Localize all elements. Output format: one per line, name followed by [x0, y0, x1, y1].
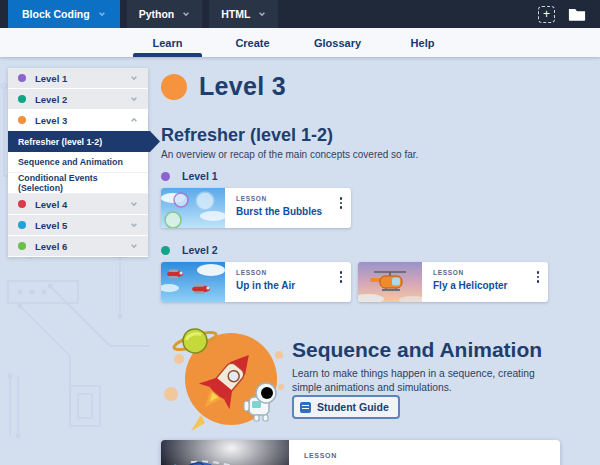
- chevron-down-icon[interactable]: [130, 221, 138, 229]
- refresher-section-title: Refresher (level 1-2): [161, 125, 333, 146]
- chevron-up-icon[interactable]: [130, 116, 138, 124]
- sequence-section-description: Learn to make things happen in a sequenc…: [292, 367, 554, 396]
- sequence-section-title: Sequence and Animation: [292, 338, 542, 362]
- lesson-title[interactable]: Burst the Bubbles: [236, 206, 345, 217]
- tab-create[interactable]: Create: [210, 28, 295, 57]
- lesson-title[interactable]: Up in the Air: [236, 280, 345, 291]
- lesson-card-up-in-the-air[interactable]: LESSON Up in the Air: [161, 262, 351, 302]
- group-level-1-label: Level 1: [182, 170, 218, 182]
- kebab-menu-icon[interactable]: [340, 197, 343, 209]
- tab-python-label: Python: [139, 8, 175, 20]
- lesson-card-burst-the-bubbles[interactable]: LESSON Burst the Bubbles: [161, 188, 351, 228]
- student-guide-label: Student Guide: [317, 401, 389, 413]
- lesson-type-label: LESSON: [304, 452, 554, 459]
- student-guide-button[interactable]: Student Guide: [292, 395, 400, 419]
- chevron-down-icon: [258, 10, 266, 18]
- sidebar-level-label: Level 5: [35, 220, 121, 231]
- level-color-dot: [18, 95, 26, 103]
- sidebar-item-level-2[interactable]: Level 2: [8, 89, 148, 110]
- chevron-down-icon[interactable]: [130, 242, 138, 250]
- sidebar-item-conditional-events[interactable]: Conditional Events (Selection): [8, 173, 148, 194]
- level-color-dot: [18, 116, 26, 124]
- tab-html-label: HTML: [221, 8, 250, 20]
- add-project-icon[interactable]: +: [538, 6, 555, 23]
- chevron-down-icon[interactable]: [130, 95, 138, 103]
- sidebar-level-label: Level 6: [35, 241, 121, 252]
- lesson-thumbnail-space: [161, 440, 289, 465]
- sidebar-item-sequence-animation[interactable]: Sequence and Animation: [8, 152, 148, 173]
- app-top-bar: Block Coding Python HTML +: [0, 0, 600, 28]
- lesson-card-steering-through-space[interactable]: LESSON Steering through space?: [161, 440, 560, 465]
- chevron-down-icon[interactable]: [130, 200, 138, 208]
- refresher-section-description: An overview or recap of the main concept…: [161, 149, 418, 160]
- tab-python[interactable]: Python: [127, 0, 203, 28]
- lesson-thumbnail-planes: [161, 262, 225, 302]
- chevron-down-icon: [98, 10, 106, 18]
- group-level-1-dot: [161, 172, 170, 181]
- level-3-color-dot: [161, 74, 187, 100]
- rocket-illustration: [161, 319, 289, 434]
- kebab-menu-icon[interactable]: [537, 271, 540, 283]
- tab-learn[interactable]: Learn: [125, 28, 210, 57]
- tab-help[interactable]: Help: [380, 28, 465, 57]
- lesson-type-label: LESSON: [236, 195, 345, 202]
- tab-html[interactable]: HTML: [209, 0, 278, 28]
- section-nav: Learn Create Glossary Help: [0, 28, 600, 57]
- sidebar-level-label: Level 2: [35, 94, 121, 105]
- lesson-thumbnail-helicopter: [358, 262, 422, 302]
- sidebar-item-level-6[interactable]: Level 6: [8, 236, 148, 257]
- tab-block-coding[interactable]: Block Coding: [8, 0, 120, 28]
- sidebar-item-level-5[interactable]: Level 5: [8, 215, 148, 236]
- sidebar-item-refresher[interactable]: Refresher (level 1-2): [8, 131, 160, 152]
- sidebar-item-level-4[interactable]: Level 4: [8, 194, 148, 215]
- sidebar-level-label: Level 1: [35, 73, 121, 84]
- level-color-dot: [18, 74, 26, 82]
- group-level-2-dot: [161, 246, 170, 255]
- tab-block-coding-label: Block Coding: [22, 8, 90, 20]
- chevron-down-icon[interactable]: [130, 74, 138, 82]
- level-color-dot: [18, 242, 26, 250]
- level-color-dot: [18, 200, 26, 208]
- folder-icon[interactable]: [568, 7, 586, 21]
- page-title: Level 3: [199, 72, 286, 101]
- kebab-menu-icon[interactable]: [340, 271, 343, 283]
- tab-glossary[interactable]: Glossary: [295, 28, 380, 57]
- sidebar-level-label: Level 4: [35, 199, 121, 210]
- chevron-down-icon: [182, 10, 190, 18]
- sidebar-item-level-3[interactable]: Level 3: [8, 110, 148, 131]
- lesson-thumbnail-bubbles: [161, 188, 225, 228]
- sidebar-item-level-1[interactable]: Level 1: [8, 68, 148, 89]
- levels-sidebar: Level 1 Level 2 Level 3 Refresher (level…: [8, 68, 148, 257]
- lesson-title[interactable]: Fly a Helicopter: [433, 280, 542, 291]
- sidebar-level-label: Level 3: [35, 115, 121, 126]
- book-icon: [300, 402, 311, 413]
- lesson-type-label: LESSON: [236, 269, 345, 276]
- lesson-card-fly-a-helicopter[interactable]: LESSON Fly a Helicopter: [358, 262, 548, 302]
- group-level-2-label: Level 2: [182, 244, 218, 256]
- level-color-dot: [18, 221, 26, 229]
- lesson-type-label: LESSON: [433, 269, 542, 276]
